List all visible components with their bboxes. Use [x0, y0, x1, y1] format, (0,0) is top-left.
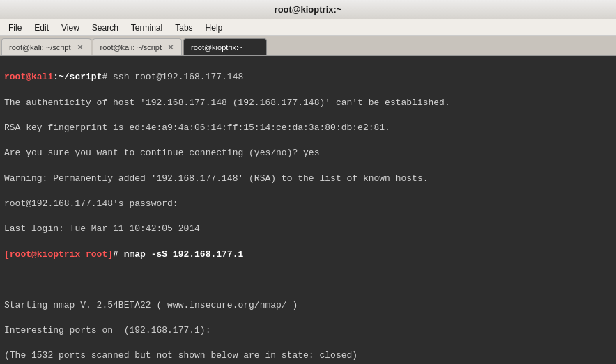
- terminal-line-4: Warning: Permanently added '192.168.177.…: [4, 173, 612, 185]
- menu-help[interactable]: Help: [200, 22, 229, 34]
- command-0: # ssh root@192.168.177.148: [102, 72, 243, 82]
- tab-1-close[interactable]: ✕: [167, 42, 174, 52]
- tab-2-label: root@kioptrix:~: [191, 43, 242, 52]
- window-title: root@kioptrix:~: [275, 4, 342, 15]
- terminal-line-9: Starting nmap V. 2.54BETA22 ( www.insecu…: [4, 299, 612, 312]
- tab-0-close[interactable]: ✕: [77, 42, 84, 52]
- tab-1-label: root@kali: ~/script: [100, 43, 162, 52]
- menu-tabs[interactable]: Tabs: [169, 22, 198, 34]
- tab-0-label: root@kali: ~/script: [9, 43, 71, 52]
- menu-view[interactable]: View: [56, 22, 85, 34]
- menu-file[interactable]: File: [3, 22, 27, 34]
- terminal-line-5: root@192.168.177.148's password:: [4, 198, 612, 210]
- tab-2[interactable]: root@kioptrix:~: [183, 38, 267, 55]
- terminal-line-3: Are you sure you want to continue connec…: [4, 147, 612, 159]
- prompt-red-7: [root@kioptrix root]: [4, 249, 113, 260]
- terminal-line-2: RSA key fingerprint is ed:4e:a9:4a:06:14…: [4, 122, 612, 134]
- menu-edit[interactable]: Edit: [29, 22, 54, 34]
- terminal-line-7: [root@kioptrix root]# nmap -sS 192.168.1…: [4, 248, 612, 261]
- tab-0[interactable]: root@kali: ~/script ✕: [1, 38, 91, 55]
- menu-search[interactable]: Search: [86, 22, 124, 34]
- menu-bar: File Edit View Search Terminal Tabs Help: [0, 19, 616, 36]
- terminal-line-8: [4, 274, 612, 286]
- terminal-line-6: Last login: Tue Mar 11 10:42:05 2014: [4, 223, 612, 235]
- tab-1[interactable]: root@kali: ~/script ✕: [93, 38, 183, 55]
- prompt-white-0: :~/script: [53, 72, 102, 82]
- title-bar: root@kioptrix:~: [0, 0, 616, 19]
- terminal-output[interactable]: root@kali:~/script# ssh root@192.168.177…: [0, 56, 616, 364]
- prompt-red-0: root@kali: [4, 72, 53, 82]
- terminal-line-11: (The 1532 ports scanned but not shown be…: [4, 349, 612, 362]
- menu-terminal[interactable]: Terminal: [125, 22, 168, 34]
- terminal-line-10: Interesting ports on (192.168.177.1):: [4, 324, 612, 337]
- terminal-line-0: root@kali:~/script# ssh root@192.168.177…: [4, 71, 612, 84]
- terminal-line-1: The authenticity of host '192.168.177.14…: [4, 97, 612, 109]
- prompt-white-7: # nmap -sS 192.168.177.1: [113, 249, 243, 260]
- tab-bar: root@kali: ~/script ✕ root@kali: ~/scrip…: [0, 36, 616, 56]
